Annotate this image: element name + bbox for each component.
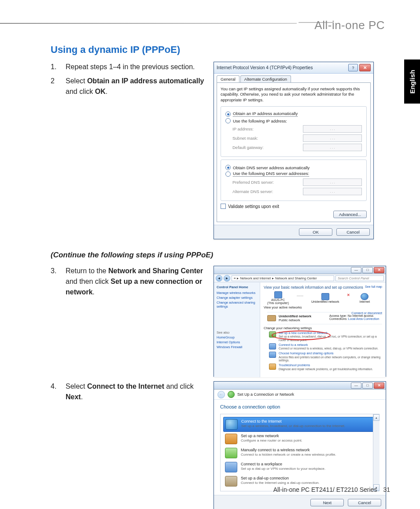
preferred-dns-field: . . . xyxy=(303,178,362,186)
maximize-icon[interactable]: □ xyxy=(362,383,373,389)
gateway-field: . . . xyxy=(303,144,362,151)
search-input[interactable]: Search Control Panel xyxy=(335,275,384,281)
sidebar-link[interactable]: HomeGroup xyxy=(217,335,257,339)
option-homegroup[interactable]: Choose homegroup and sharing optionsAcce… xyxy=(269,352,382,362)
sidebar-link[interactable]: Windows Firewall xyxy=(217,345,257,349)
next-button[interactable]: Next xyxy=(310,499,344,506)
radio-use-ip[interactable]: Use the following IP address: xyxy=(225,118,362,123)
sidebar-link[interactable]: Change adapter settings xyxy=(217,296,257,300)
ip-address-field: . . . xyxy=(303,125,362,133)
language-tab: English xyxy=(404,59,420,104)
minimize-icon[interactable]: — xyxy=(351,383,361,389)
page-header-brand: All-in-one PC xyxy=(314,19,385,32)
option-connect-workplace[interactable]: Connect to a workplaceSet up a dial-up o… xyxy=(223,460,379,474)
no-connection-icon: ✕ xyxy=(347,293,351,297)
wizard-title: Set Up a Connection or Network xyxy=(237,392,294,397)
connect-disconnect-link[interactable]: Connect or disconnect xyxy=(351,312,382,315)
connection-link[interactable]: Local Area Connection xyxy=(348,317,379,320)
minimize-icon[interactable]: — xyxy=(351,267,361,273)
option-setup-new-network[interactable]: Set up a new networkConfigure a new rout… xyxy=(223,432,379,446)
step-2: 2 Select Obtain an IP address automatica… xyxy=(51,76,205,97)
computer-icon xyxy=(274,291,282,298)
network-icon xyxy=(321,293,329,300)
main-heading: View your basic network information and … xyxy=(264,285,382,290)
dialog-intro: You can get IP settings assigned automat… xyxy=(221,86,367,103)
breadcrumb[interactable]: ≡▸ Network and Internet▸ Network and Sha… xyxy=(232,275,334,281)
radio-use-dns[interactable]: Use the following DNS server addresses: xyxy=(225,171,362,177)
wizard-prompt: Choose a connection option xyxy=(220,404,379,409)
alternate-dns-field: . . . xyxy=(303,188,362,195)
maximize-icon[interactable]: □ xyxy=(362,267,373,273)
radio-obtain-ip-auto[interactable]: Obtain an IP address automatically xyxy=(225,111,362,117)
close-icon[interactable]: ✕ xyxy=(374,267,384,273)
see-full-map-link[interactable]: See full map xyxy=(365,285,382,288)
cancel-button[interactable]: Cancel xyxy=(348,499,381,506)
cancel-button[interactable]: Cancel xyxy=(336,228,370,236)
bench-icon xyxy=(267,315,276,321)
ipv4-properties-dialog: Internet Protocol Version 4 (TCP/IPv4) P… xyxy=(214,62,374,239)
subnet-mask-field: . . . xyxy=(303,134,362,142)
nav-back-icon[interactable]: ◄ xyxy=(216,275,222,282)
tab-general[interactable]: General xyxy=(217,75,239,82)
continue-note: (Continue the following steps if using P… xyxy=(51,251,394,260)
option-troubleshoot[interactable]: Troubleshoot problemsDiagnose and repair… xyxy=(269,364,382,371)
close-icon[interactable]: ✕ xyxy=(374,383,384,389)
wizard-icon xyxy=(228,391,235,398)
dialog-title: Internet Protocol Version 4 (TCP/IPv4) P… xyxy=(217,65,347,70)
network-sharing-center-window: — □ ✕ ◄ ► ≡▸ Network and Internet▸ Netwo… xyxy=(214,266,386,377)
sidebar-link[interactable]: Change advanced sharing settings xyxy=(217,301,257,308)
help-icon[interactable]: ? xyxy=(348,64,358,71)
page-footer: All-in-one PC ET2411/ ET2210 Series31 xyxy=(273,486,390,493)
section-title: Using a dynamic IP (PPPoE) xyxy=(51,44,394,56)
sidebar-link[interactable]: Internet Options xyxy=(217,340,257,344)
validate-checkbox[interactable]: Validate settings upon exit xyxy=(221,204,367,209)
back-icon[interactable]: ← xyxy=(217,391,225,398)
close-icon[interactable]: ✕ xyxy=(359,64,371,71)
option-connect-internet[interactable]: Connect to the InternetSet up a wireless… xyxy=(223,417,379,432)
nav-forward-icon[interactable]: ► xyxy=(224,275,230,282)
advanced-button[interactable]: Advanced... xyxy=(333,211,367,218)
sidebar-link[interactable]: Manage wireless networks xyxy=(217,291,257,295)
internet-icon xyxy=(361,293,368,300)
option-manual-wireless[interactable]: Manually connect to a wireless networkCo… xyxy=(223,446,379,460)
tab-alternate[interactable]: Alternate Configuration xyxy=(240,75,291,82)
scrollbar[interactable]: ▴ ▾ xyxy=(373,414,379,491)
ok-button[interactable]: OK xyxy=(299,228,332,236)
radio-obtain-dns-auto[interactable]: Obtain DNS server address automatically xyxy=(225,165,362,170)
step-3: 3. Return to the Network and Sharing Cen… xyxy=(51,266,205,297)
step-4: 4. Select Connect to the Internet and cl… xyxy=(51,381,205,402)
option-connect-network[interactable]: Connect to a networkConnect or reconnect… xyxy=(269,343,382,350)
option-setup-connection[interactable]: Set up a new connection or networkSet up… xyxy=(269,331,382,342)
step-1: 1. Repeat steps 1–4 in the previous sect… xyxy=(51,62,205,72)
